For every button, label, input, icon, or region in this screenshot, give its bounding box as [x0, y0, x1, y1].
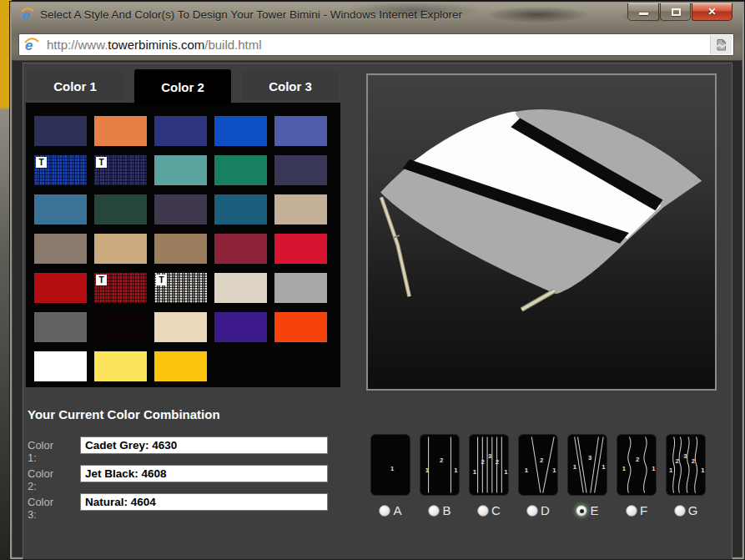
color-swatch[interactable] — [34, 273, 87, 303]
design-thumb-E[interactable]: 131 — [567, 434, 607, 496]
color-swatch[interactable] — [274, 155, 327, 185]
svg-text:3: 3 — [588, 454, 591, 462]
texture-badge: T — [36, 157, 47, 168]
design-option-C: 12321C — [469, 434, 509, 517]
design-radio-B[interactable] — [428, 505, 440, 517]
design-radio-D[interactable] — [526, 505, 538, 517]
color-swatch[interactable] — [214, 155, 267, 185]
color-swatch[interactable]: T — [154, 273, 207, 303]
color-swatch[interactable] — [214, 273, 267, 303]
color-swatch[interactable] — [154, 116, 207, 146]
color-swatch[interactable] — [94, 116, 147, 146]
color-swatch[interactable] — [34, 116, 87, 146]
tab-color-2[interactable]: Color 2 — [134, 69, 231, 105]
color-swatch[interactable] — [34, 351, 87, 381]
color-swatch[interactable] — [94, 194, 147, 225]
design-thumb-A[interactable]: 1 — [370, 434, 410, 496]
color-swatch[interactable]: T — [94, 155, 147, 185]
bimini-3d-render — [368, 75, 715, 389]
color-swatch[interactable]: T — [94, 273, 147, 303]
design-radio-row-C: C — [477, 503, 501, 517]
color-swatch[interactable] — [34, 194, 87, 225]
compatibility-view-button[interactable] — [710, 35, 732, 54]
minimize-icon — [639, 13, 648, 15]
bimini-preview-panel — [366, 73, 717, 391]
compatibility-view-icon — [715, 38, 727, 52]
bimini-pole-front — [521, 290, 555, 310]
color2-input[interactable] — [80, 465, 328, 482]
design-option-A: 1A — [370, 434, 410, 517]
web-page: Color 1 Color 2 Color 3 TTTT Your Curren… — [23, 63, 732, 559]
design-radio-row-B: B — [428, 503, 451, 517]
tab-color-3[interactable]: Color 3 — [242, 72, 339, 101]
design-thumb-C[interactable]: 12321 — [469, 434, 509, 496]
design-thumb-G[interactable]: 12321 — [666, 434, 706, 496]
svg-text:2: 2 — [692, 457, 695, 465]
maximize-button[interactable] — [660, 3, 691, 21]
svg-text:2: 2 — [540, 457, 543, 464]
color-swatch[interactable] — [94, 351, 147, 381]
color-swatch[interactable] — [34, 234, 87, 264]
texture-badge: T — [96, 157, 107, 168]
design-thumb-B[interactable]: 121 — [420, 434, 460, 496]
color-tabs: Color 1 Color 2 Color 3 — [27, 72, 339, 105]
color-swatch[interactable] — [274, 194, 327, 225]
color-swatch[interactable] — [274, 234, 327, 264]
svg-text:1: 1 — [390, 465, 395, 472]
color3-input[interactable] — [80, 493, 328, 511]
color-swatch[interactable]: T — [34, 155, 87, 185]
design-option-G: 12321G — [666, 434, 706, 517]
color-swatch[interactable] — [274, 116, 327, 146]
color-swatch[interactable] — [214, 194, 267, 225]
minimize-button[interactable] — [627, 3, 659, 21]
design-thumb-D[interactable]: 121 — [518, 434, 558, 496]
combination-heading: Your Current Color Combination — [28, 407, 220, 421]
texture-badge: T — [96, 275, 107, 285]
design-radio-G[interactable] — [674, 505, 686, 517]
color-swatch[interactable] — [154, 155, 207, 185]
design-thumb-F[interactable]: 121 — [617, 434, 657, 496]
color-swatch[interactable] — [34, 312, 87, 342]
design-radio-E[interactable] — [576, 505, 587, 517]
design-radio-label-F: F — [640, 503, 647, 517]
browser-window: e Select A Style And Color(s) To Design … — [9, 1, 745, 560]
color-swatch[interactable] — [94, 312, 147, 342]
color-swatch[interactable] — [154, 351, 207, 381]
svg-text:2: 2 — [481, 458, 484, 466]
color-swatch[interactable] — [274, 273, 327, 303]
color-swatch[interactable] — [94, 234, 147, 264]
design-option-F: 121F — [617, 434, 657, 517]
design-radio-C[interactable] — [477, 505, 489, 517]
ie-logo-icon: e — [19, 7, 36, 23]
design-radio-label-A: A — [393, 503, 401, 517]
color-swatch[interactable] — [154, 234, 207, 264]
color1-input[interactable] — [80, 436, 328, 454]
window-title: Select A Style And Color(s) To Design Yo… — [40, 8, 462, 21]
tab-color-1[interactable]: Color 1 — [27, 72, 123, 101]
color-swatch[interactable] — [154, 312, 207, 342]
color-swatch[interactable] — [274, 312, 327, 342]
svg-text:1: 1 — [504, 468, 508, 476]
color-swatch[interactable] — [214, 116, 267, 146]
color-swatch[interactable] — [214, 312, 267, 342]
color-swatch[interactable] — [154, 194, 207, 225]
design-radio-row-E: E — [576, 503, 598, 517]
title-bar[interactable]: e Select A Style And Color(s) To Design … — [10, 2, 744, 28]
design-radio-A[interactable] — [379, 505, 390, 517]
design-radio-label-D: D — [541, 503, 550, 517]
svg-text:1: 1 — [602, 463, 606, 471]
url-input[interactable]: e http://www.towerbiminis.com/build.html — [18, 33, 734, 56]
svg-text:1: 1 — [669, 467, 673, 474]
svg-text:1: 1 — [701, 467, 705, 474]
color-swatch[interactable] — [214, 234, 267, 264]
design-radio-F[interactable] — [626, 505, 637, 517]
url-text: http://www.towerbiminis.com/build.html — [47, 38, 710, 52]
close-button[interactable]: ✕ — [692, 3, 732, 21]
design-radio-label-C: C — [491, 503, 501, 517]
design-radio-label-B: B — [442, 503, 451, 517]
color-palette-grid: TTTT — [26, 103, 340, 387]
svg-text:1: 1 — [525, 467, 529, 474]
ie-favicon: e — [23, 37, 40, 53]
design-radio-label-G: G — [688, 503, 698, 517]
svg-text:1: 1 — [454, 467, 458, 474]
